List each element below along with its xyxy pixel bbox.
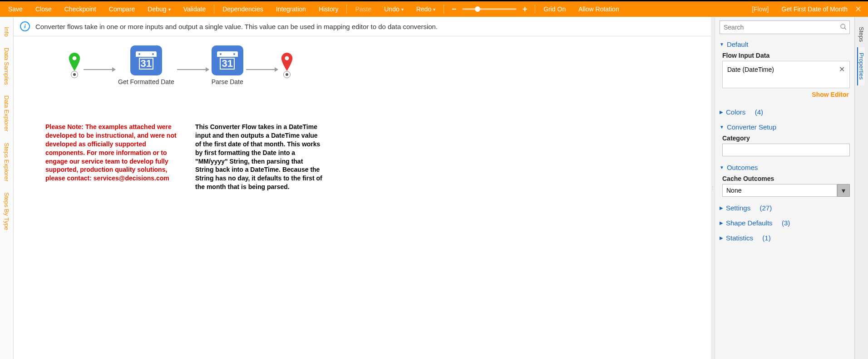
- section-converter-setup: ▼Converter Setup Category: [720, 121, 850, 158]
- dependencies-button[interactable]: Dependencies: [216, 1, 270, 17]
- left-tab-strip: Info Data Samples Data Explorer Steps Ex…: [0, 17, 14, 359]
- close-icon[interactable]: ✕: [850, 4, 866, 14]
- triangle-down-icon: ▼: [720, 165, 724, 170]
- main-toolbar: Save Close Checkpoint Compare Debug▾ Val…: [0, 1, 868, 17]
- toolbar-separator: [346, 5, 347, 14]
- step-parse-date[interactable]: 31 Parse Date: [212, 45, 243, 85]
- flow-title: Get First Date of Month: [775, 1, 851, 17]
- compare-button[interactable]: Compare: [103, 1, 142, 17]
- rotation-toggle[interactable]: Allow Rotation: [572, 1, 626, 17]
- input-chip-date[interactable]: Date (DateTime) ✕: [725, 64, 847, 75]
- save-button[interactable]: Save: [2, 1, 29, 17]
- svg-point-2: [841, 24, 845, 28]
- validate-button[interactable]: Validate: [177, 1, 212, 17]
- end-pin[interactable]: [281, 53, 293, 78]
- left-tab-data-explorer[interactable]: Data Explorer: [3, 90, 10, 137]
- section-default: ▼Default Flow Input Data Date (DateTime)…: [720, 39, 850, 103]
- right-tab-steps[interactable]: Steps: [858, 21, 865, 47]
- zoom-out-button[interactable]: −: [450, 5, 458, 14]
- integration-button[interactable]: Integration: [270, 1, 312, 17]
- warning-note: Please Note: The examples attached were …: [45, 123, 177, 191]
- section-header-converter[interactable]: ▼Converter Setup: [720, 121, 850, 133]
- show-editor-link[interactable]: Show Editor: [722, 88, 850, 101]
- left-tab-steps-explorer[interactable]: Steps Explorer: [3, 137, 10, 187]
- section-statistics: ▶Statistics (1): [720, 232, 850, 244]
- description-note: This Converter Flow takes in a DateTime …: [195, 123, 322, 191]
- grid-toggle[interactable]: Grid On: [537, 1, 572, 17]
- right-tab-properties[interactable]: Properties: [857, 47, 865, 85]
- chevron-down-icon: ▾: [401, 7, 404, 12]
- debug-label: Debug: [148, 5, 166, 13]
- paste-button[interactable]: Paste: [349, 1, 378, 17]
- search-input[interactable]: [720, 20, 850, 34]
- flow-type-label: [Flow]: [745, 5, 775, 13]
- category-input[interactable]: [722, 144, 850, 156]
- flow-canvas[interactable]: 31 Get Formatted Date 31 Parse Date: [14, 36, 711, 359]
- panel-splitter[interactable]: ⋮: [711, 17, 715, 359]
- section-count: (27): [760, 204, 772, 212]
- toolbar-separator: [214, 5, 214, 14]
- section-header-stats[interactable]: ▶Statistics (1): [720, 232, 850, 244]
- end-port[interactable]: [283, 71, 291, 78]
- remove-chip-icon[interactable]: ✕: [839, 65, 845, 74]
- right-tab-strip: Steps Properties: [854, 17, 868, 359]
- chevron-down-icon: ▾: [433, 7, 435, 12]
- calendar-icon: 31: [212, 45, 243, 75]
- flow-input-label: Flow Input Data: [722, 52, 850, 59]
- info-bar: i Converter flows take in one or more in…: [14, 17, 711, 36]
- section-count: (3): [782, 219, 790, 227]
- history-button[interactable]: History: [312, 1, 345, 17]
- map-pin-green-icon: [68, 53, 81, 71]
- section-outcomes: ▼Outcomes Cache Outcomes ▾: [720, 162, 850, 199]
- triangle-down-icon: ▼: [720, 125, 724, 130]
- properties-panel: ▼Default Flow Input Data Date (DateTime)…: [715, 17, 854, 359]
- step-label: Parse Date: [212, 78, 243, 85]
- svg-line-3: [844, 28, 846, 30]
- close-button[interactable]: Close: [29, 1, 58, 17]
- toolbar-separator: [535, 5, 535, 14]
- checkpoint-button[interactable]: Checkpoint: [58, 1, 103, 17]
- section-title: Statistics: [726, 234, 753, 242]
- debug-menu[interactable]: Debug▾: [141, 1, 177, 17]
- flow-input-list: Date (DateTime) ✕: [722, 61, 850, 88]
- cache-outcomes-select[interactable]: [722, 184, 837, 197]
- app-root: Save Close Checkpoint Compare Debug▾ Val…: [0, 0, 868, 359]
- zoom-in-button[interactable]: +: [521, 5, 528, 14]
- left-tab-steps-by-type[interactable]: Steps By Type: [3, 187, 10, 236]
- search-icon[interactable]: [840, 23, 847, 32]
- section-header-default[interactable]: ▼Default: [720, 39, 850, 50]
- category-label: Category: [722, 135, 850, 142]
- main-row: Info Data Samples Data Explorer Steps Ex…: [0, 17, 868, 359]
- section-settings: ▶Settings (27): [720, 202, 850, 214]
- section-header-settings[interactable]: ▶Settings (27): [720, 202, 850, 214]
- left-tab-info[interactable]: Info: [3, 21, 10, 42]
- toolbar-separator: [444, 5, 444, 14]
- canvas-notes: Please Note: The examples attached were …: [45, 123, 322, 191]
- calendar-number: 31: [139, 58, 153, 70]
- section-title: Colors: [726, 108, 745, 116]
- start-pin[interactable]: [68, 53, 81, 78]
- start-port[interactable]: [71, 71, 78, 78]
- section-count: (1): [762, 234, 770, 242]
- left-tab-data-samples[interactable]: Data Samples: [3, 42, 10, 90]
- section-header-shape[interactable]: ▶Shape Defaults (3): [720, 217, 850, 229]
- triangle-right-icon: ▶: [720, 110, 723, 115]
- zoom-thumb[interactable]: [475, 6, 480, 12]
- info-icon: i: [20, 21, 30, 31]
- info-text: Converter flows take in one or more inpu…: [35, 23, 438, 30]
- undo-menu[interactable]: Undo▾: [378, 1, 409, 17]
- dropdown-button[interactable]: ▾: [837, 184, 850, 197]
- section-header-colors[interactable]: ▶Colors (4): [720, 106, 850, 118]
- zoom-slider[interactable]: [462, 8, 517, 10]
- triangle-right-icon: ▶: [720, 235, 723, 240]
- section-header-outcomes[interactable]: ▼Outcomes: [720, 162, 850, 173]
- section-colors: ▶Colors (4): [720, 106, 850, 118]
- step-get-formatted-date[interactable]: 31 Get Formatted Date: [118, 45, 174, 85]
- flow-arrow: [246, 69, 278, 70]
- redo-menu[interactable]: Redo▾: [410, 1, 442, 17]
- step-label: Get Formatted Date: [118, 78, 174, 85]
- chevron-down-icon: ▾: [168, 7, 171, 12]
- map-pin-red-icon: [281, 53, 293, 71]
- section-title: Settings: [726, 204, 750, 212]
- flow-diagram: 31 Get Formatted Date 31 Parse Date: [68, 45, 293, 85]
